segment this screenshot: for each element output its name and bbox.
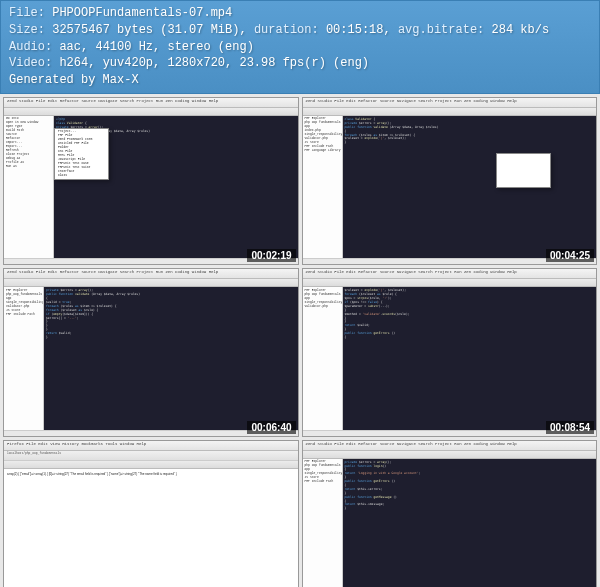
menubar[interactable]: Zend Studio File Edit Refactor Source Na… xyxy=(4,269,298,279)
info-line-file: File: PHPOOPFundamentals-07.mp4 xyxy=(9,5,591,22)
media-info-panel: File: PHPOOPFundamentals-07.mp4 Size: 32… xyxy=(0,0,600,94)
thumbnail-3: Zend Studio File Edit Refactor Source Na… xyxy=(3,268,299,436)
php-output: array(2) { ["email"]=> array(1) { [0]=> … xyxy=(7,472,295,476)
context-menu-sidebar: Go Into Open in New Window Open Type Bui… xyxy=(4,116,54,258)
browser-menubar[interactable]: Firefox File Edit View History Bookmarks… xyxy=(4,441,298,451)
video-value: h264, yuv420p, 1280x720, 23.98 fps(r) (e… xyxy=(59,56,369,70)
browser-toolbar[interactable] xyxy=(4,461,298,469)
thumbnail-grid: Zend Studio File Edit Refactor Source Na… xyxy=(0,94,600,587)
duration-label: duration: xyxy=(254,23,319,37)
toolbar[interactable] xyxy=(303,108,597,116)
timestamp: 00:08:54 xyxy=(546,421,594,434)
size-bytes: 32575467 bytes xyxy=(52,23,153,37)
project-explorer[interactable]: PHP Explorer php_oop_fundamentals app si… xyxy=(303,459,343,587)
project-explorer[interactable]: PHP Explorer php_oop_fundamentals app si… xyxy=(303,287,343,429)
info-line-generated: Generated by Max-X xyxy=(9,72,591,89)
toolbar[interactable] xyxy=(4,108,298,116)
bitrate-label: avg.bitrate: xyxy=(398,23,484,37)
file-label: File: xyxy=(9,6,45,20)
project-explorer[interactable]: PHP Explorer php_oop_fundamentals app in… xyxy=(303,116,343,258)
video-label: Video: xyxy=(9,56,52,70)
info-line-video: Video: h264, yuv420p, 1280x720, 23.98 fp… xyxy=(9,55,591,72)
thumbnail-6: Zend Studio File Edit Refactor Source Na… xyxy=(302,440,598,587)
file-name: PHPOOPFundamentals-07.mp4 xyxy=(52,6,232,20)
audio-label: Audio: xyxy=(9,40,52,54)
menubar[interactable]: Zend Studio File Edit Refactor Source Na… xyxy=(303,98,597,108)
project-explorer[interactable]: PHP Explorer php_oop_fundamentals app si… xyxy=(4,287,44,429)
toolbar[interactable] xyxy=(4,279,298,287)
toolbar[interactable] xyxy=(303,279,597,287)
menu-item[interactable]: Class xyxy=(56,174,107,178)
timestamp: 00:02:19 xyxy=(247,249,295,262)
bitrate: 284 kb/s xyxy=(492,23,550,37)
duration: 00:15:18 xyxy=(326,23,384,37)
code-editor[interactable]: private $errors = array(); public functi… xyxy=(44,287,298,429)
size-label: Size: xyxy=(9,23,45,37)
thumbnail-4: Zend Studio File Edit Refactor Source Na… xyxy=(302,268,598,436)
code-editor[interactable]: class Validator { private $errors = arra… xyxy=(343,116,597,258)
audio-value: aac, 44100 Hz, stereo (eng) xyxy=(59,40,253,54)
menubar[interactable]: Zend Studio File Edit Refactor Source Na… xyxy=(4,98,298,108)
generated-by: Generated by Max-X xyxy=(9,73,139,87)
url-bar[interactable]: localhost/php_oop_fundamentals xyxy=(7,452,61,455)
tooltip-popup xyxy=(496,153,551,188)
info-line-size: Size: 32575467 bytes (31.07 MiB), durati… xyxy=(9,22,591,39)
browser-viewport: array(2) { ["email"]=> array(1) { [0]=> … xyxy=(4,469,298,587)
code-editor[interactable]: private $errors = array(); public functi… xyxy=(343,459,597,587)
browser-nav[interactable]: localhost/php_oop_fundamentals xyxy=(4,451,298,461)
timestamp: 00:04:25 xyxy=(546,249,594,262)
new-submenu: Project... PHP File Zend Framework Item … xyxy=(54,128,109,180)
thumbnail-1: Zend Studio File Edit Refactor Source Na… xyxy=(3,97,299,265)
code-editor[interactable]: $ruleset = explode('|', $ruleset); forea… xyxy=(343,287,597,429)
thumbnail-5: Firefox File Edit View History Bookmarks… xyxy=(3,440,299,587)
toolbar[interactable] xyxy=(303,451,597,459)
info-line-audio: Audio: aac, 44100 Hz, stereo (eng) xyxy=(9,39,591,56)
timestamp: 00:06:40 xyxy=(247,421,295,434)
context-item[interactable]: Run As xyxy=(5,165,52,169)
menubar[interactable]: Zend Studio File Edit Refactor Source Na… xyxy=(303,441,597,451)
size-mib: (31.07 MiB) xyxy=(160,23,239,37)
menubar[interactable]: Zend Studio File Edit Refactor Source Na… xyxy=(303,269,597,279)
thumbnail-2: Zend Studio File Edit Refactor Source Na… xyxy=(302,97,598,265)
